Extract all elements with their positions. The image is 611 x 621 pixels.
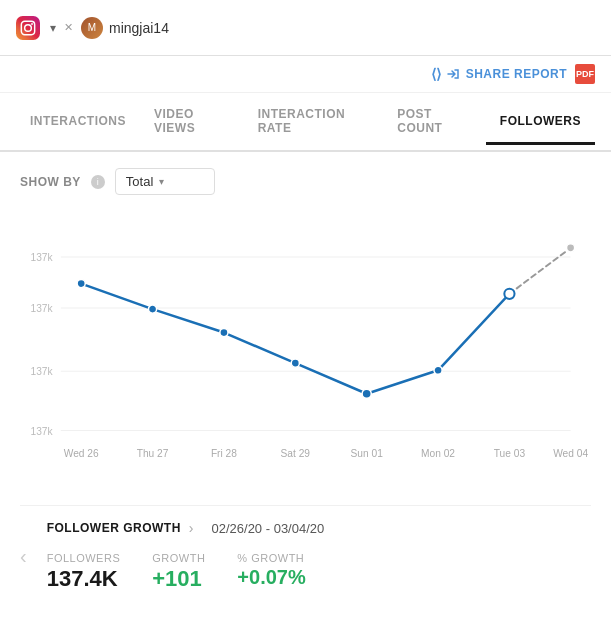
tabs-bar: INTERACTIONS VIDEO VIEWS INTERACTION RAT… — [0, 93, 611, 152]
info-icon[interactable]: i — [91, 175, 105, 189]
date-range: 02/26/20 - 03/04/20 — [212, 521, 325, 536]
svg-line-12 — [509, 248, 570, 294]
growth-label: GROWTH — [152, 552, 205, 564]
followers-chart: 137k 137k 137k 137k Wed — [20, 215, 591, 495]
svg-rect-0 — [16, 16, 40, 40]
footer-content: FOLLOWER GROWTH › 02/26/20 - 03/04/20 FO… — [47, 520, 591, 592]
svg-text:Wed 04: Wed 04 — [553, 448, 588, 459]
pdf-button[interactable]: PDF — [575, 64, 595, 84]
tab-close-icon[interactable]: ✕ — [64, 21, 73, 34]
chart-point-wed26 — [77, 280, 85, 288]
svg-text:Sun 01: Sun 01 — [351, 448, 384, 459]
growth-value: +101 — [152, 566, 205, 592]
chart-point-mon02 — [434, 366, 442, 374]
share-icon: ⟨⟩ — [431, 66, 442, 82]
dropdown-arrow-icon: ▾ — [159, 176, 164, 187]
svg-text:Thu 27: Thu 27 — [137, 448, 169, 459]
chart-point-fri28 — [220, 328, 228, 336]
show-by-label: SHOW BY — [20, 175, 81, 189]
chart-point-sat29 — [291, 359, 299, 367]
avatar: M — [81, 17, 103, 39]
stats-row: FOLLOWERS 137.4K GROWTH +101 % GROWTH +0… — [47, 552, 591, 592]
follower-growth-label: FOLLOWER GROWTH — [47, 521, 181, 535]
svg-text:137k: 137k — [31, 426, 54, 437]
stat-followers: FOLLOWERS 137.4K — [47, 552, 121, 592]
pdf-label: PDF — [576, 69, 594, 79]
show-by-value: Total — [126, 174, 153, 189]
chart-point-tue03 — [504, 289, 514, 299]
pct-growth-value: +0.07% — [237, 566, 305, 589]
tab-video-views[interactable]: VIDEO VIEWS — [140, 93, 244, 152]
chart-point-thu27 — [148, 305, 156, 313]
share-arrow-icon — [446, 67, 460, 81]
tab-post-count[interactable]: POST COUNT — [383, 93, 486, 152]
svg-text:Sat 29: Sat 29 — [281, 448, 311, 459]
pct-growth-label: % GROWTH — [237, 552, 305, 564]
chart-point-sun01 — [362, 389, 371, 398]
share-bar: ⟨⟩ SHARE REPORT PDF — [0, 56, 611, 93]
footer-top-row: FOLLOWER GROWTH › 02/26/20 - 03/04/20 — [47, 520, 591, 536]
tab-followers[interactable]: FOLLOWERS — [486, 100, 595, 145]
svg-text:137k: 137k — [31, 366, 54, 377]
growth-chevron-icon: › — [189, 520, 194, 536]
account-chevron-icon[interactable]: ▾ — [50, 21, 56, 35]
share-label: SHARE REPORT — [466, 67, 567, 81]
account-name: mingjai14 — [109, 20, 169, 36]
share-report-button[interactable]: ⟨⟩ SHARE REPORT — [431, 66, 567, 82]
svg-text:Wed 26: Wed 26 — [64, 448, 99, 459]
followers-label: FOLLOWERS — [47, 552, 121, 564]
top-bar: ▾ ✕ M mingjai14 — [0, 0, 611, 56]
footer-section: ‹ FOLLOWER GROWTH › 02/26/20 - 03/04/20 … — [20, 505, 591, 592]
svg-text:Mon 02: Mon 02 — [421, 448, 455, 459]
stat-pct-growth: % GROWTH +0.07% — [237, 552, 305, 592]
footer-prev-icon[interactable]: ‹ — [20, 545, 27, 568]
svg-text:Tue 03: Tue 03 — [494, 448, 526, 459]
svg-point-3 — [31, 23, 33, 25]
stat-growth: GROWTH +101 — [152, 552, 205, 592]
chart-svg: 137k 137k 137k 137k Wed — [20, 215, 591, 495]
followers-value: 137.4K — [47, 566, 121, 592]
tab-interaction-rate[interactable]: INTERACTION RATE — [244, 93, 384, 152]
show-by-row: SHOW BY i Total ▾ — [20, 168, 591, 195]
tab-interactions[interactable]: INTERACTIONS — [16, 100, 140, 145]
chart-point-wed04 — [567, 244, 575, 252]
show-by-select[interactable]: Total ▾ — [115, 168, 215, 195]
svg-text:Fri 28: Fri 28 — [211, 448, 237, 459]
instagram-icon — [12, 12, 44, 44]
svg-text:137k: 137k — [31, 252, 54, 263]
main-content: SHOW BY i Total ▾ 137k 137k 137k 137k — [0, 152, 611, 608]
svg-text:137k: 137k — [31, 303, 54, 314]
